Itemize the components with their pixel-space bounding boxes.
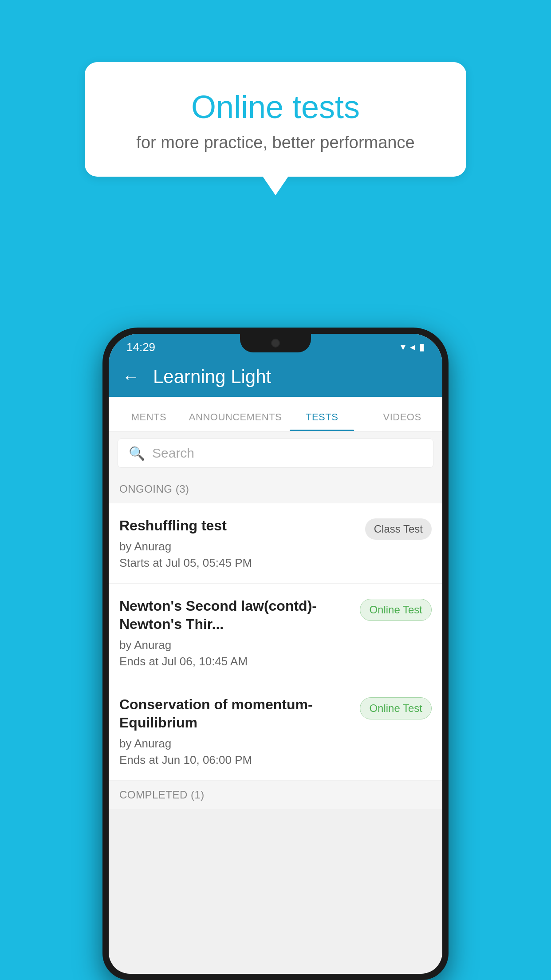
- phone-mockup: 14:29 ▾ ◂ ▮ ← Learning Light MENTS: [102, 328, 449, 980]
- bubble-title: Online tests: [120, 89, 431, 125]
- battery-icon: ▮: [419, 341, 425, 353]
- ongoing-test-list: Reshuffling test by Anurag Starts at Jul…: [109, 503, 442, 781]
- tabs-container: MENTS ANNOUNCEMENTS TESTS VIDEOS: [109, 397, 442, 431]
- completed-section-header: COMPLETED (1): [109, 781, 442, 809]
- test-author-newtons: by Anurag: [119, 638, 351, 652]
- speech-bubble-container: Online tests for more practice, better p…: [85, 62, 466, 177]
- test-badge-newtons: Online Test: [360, 599, 432, 621]
- search-placeholder: Search: [152, 446, 194, 461]
- search-box[interactable]: 🔍 Search: [118, 439, 433, 468]
- tab-tests[interactable]: TESTS: [282, 411, 362, 431]
- phone-notch: [240, 334, 311, 352]
- test-badge-conservation: Online Test: [360, 697, 432, 719]
- front-camera: [271, 339, 280, 348]
- app-bar: ← Learning Light: [109, 357, 442, 397]
- test-item-reshuffling[interactable]: Reshuffling test by Anurag Starts at Jul…: [109, 503, 442, 584]
- bubble-subtitle: for more practice, better performance: [120, 133, 431, 152]
- test-badge-reshuffling: Class Test: [365, 518, 432, 540]
- screen-content: 14:29 ▾ ◂ ▮ ← Learning Light MENTS: [109, 334, 442, 951]
- test-info-newtons: Newton's Second law(contd)-Newton's Thir…: [119, 597, 351, 668]
- tab-ments[interactable]: MENTS: [109, 411, 189, 431]
- back-button[interactable]: ←: [122, 367, 140, 387]
- wifi-icon: ▾: [401, 341, 405, 353]
- test-title-reshuffling: Reshuffling test: [119, 517, 356, 535]
- test-author-conservation: by Anurag: [119, 737, 351, 751]
- test-info-reshuffling: Reshuffling test by Anurag Starts at Jul…: [119, 517, 356, 570]
- test-time-newtons: Ends at Jul 06, 10:45 AM: [119, 655, 351, 668]
- test-info-conservation: Conservation of momentum-Equilibrium by …: [119, 695, 351, 767]
- status-icons: ▾ ◂ ▮: [401, 341, 425, 353]
- ongoing-section-header: ONGOING (3): [109, 475, 442, 503]
- test-title-conservation: Conservation of momentum-Equilibrium: [119, 695, 351, 732]
- search-container: 🔍 Search: [109, 431, 442, 475]
- status-time: 14:29: [126, 340, 155, 354]
- app-bar-title: Learning Light: [153, 366, 271, 387]
- phone-screen: 14:29 ▾ ◂ ▮ ← Learning Light MENTS: [109, 334, 442, 974]
- test-title-newtons: Newton's Second law(contd)-Newton's Thir…: [119, 597, 351, 634]
- test-time-reshuffling: Starts at Jul 05, 05:45 PM: [119, 556, 356, 570]
- test-author-reshuffling: by Anurag: [119, 540, 356, 553]
- phone-outer: 14:29 ▾ ◂ ▮ ← Learning Light MENTS: [102, 328, 449, 980]
- signal-icon: ◂: [410, 341, 415, 353]
- test-item-newtons[interactable]: Newton's Second law(contd)-Newton's Thir…: [109, 584, 442, 682]
- tab-videos[interactable]: VIDEOS: [362, 411, 442, 431]
- test-time-conservation: Ends at Jun 10, 06:00 PM: [119, 753, 351, 767]
- tab-announcements[interactable]: ANNOUNCEMENTS: [189, 411, 282, 431]
- search-icon: 🔍: [129, 446, 145, 461]
- speech-bubble: Online tests for more practice, better p…: [85, 62, 466, 177]
- test-item-conservation[interactable]: Conservation of momentum-Equilibrium by …: [109, 682, 442, 781]
